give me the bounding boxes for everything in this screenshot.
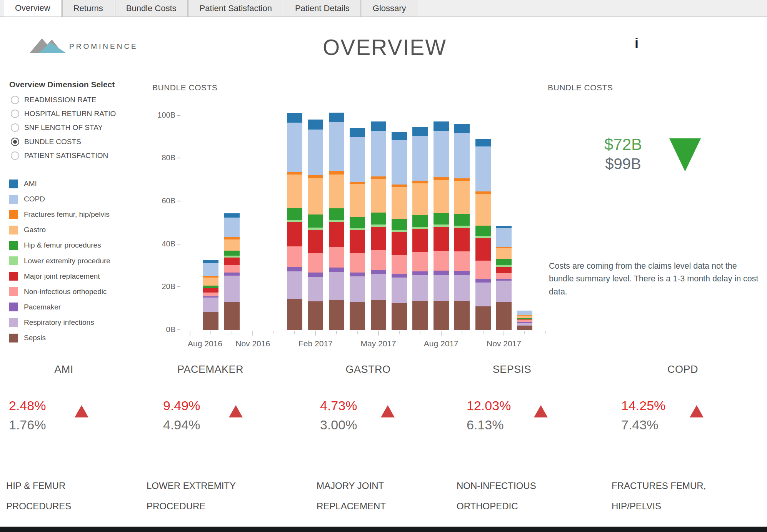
legend-item-ami[interactable]: AMI (9, 178, 37, 190)
bar-segment-respiratory-infections[interactable] (475, 283, 491, 306)
bar-segment-copd[interactable] (350, 137, 365, 182)
bar-segment-pacemaker[interactable] (412, 271, 428, 276)
bar-segment-fractures-femur-hip-pelvis[interactable] (287, 172, 302, 175)
bar-segment-non-infectious-orthopedic[interactable] (203, 293, 218, 296)
bar-segment-lower-extremity-procedure[interactable] (392, 230, 407, 232)
bar-segment-copd[interactable] (224, 218, 240, 237)
bar-segment-lower-extremity-procedure[interactable] (434, 224, 449, 227)
bar-segment-hip-femur-procedures[interactable] (392, 219, 407, 230)
bar-segment-sepsis[interactable] (454, 301, 470, 330)
radio-option-patient-satisfaction[interactable]: PATIENT SATISFACTION (11, 150, 108, 162)
bar-segment-hip-femur-procedures[interactable] (517, 318, 532, 319)
tab-returns[interactable]: Returns (62, 0, 114, 17)
bar-segment-major-joint-replacement[interactable] (287, 222, 302, 246)
bar-segment-lower-extremity-procedure[interactable] (496, 265, 512, 267)
bar-segment-sepsis[interactable] (371, 300, 386, 330)
bar-segment-ami[interactable] (496, 226, 512, 228)
radio-option-snf-length-of-stay[interactable]: SNF LENGTH OF STAY (11, 121, 103, 134)
bar-segment-fractures-femur-hip-pelvis[interactable] (496, 247, 512, 248)
bar-segment-pacemaker[interactable] (203, 296, 218, 298)
bar-segment-major-joint-replacement[interactable] (392, 232, 407, 255)
bar-segment-ami[interactable] (203, 260, 218, 263)
bar-segment-copd[interactable] (329, 122, 344, 171)
bar-segment-major-joint-replacement[interactable] (517, 319, 532, 320)
bar-segment-copd[interactable] (454, 133, 470, 178)
bar-segment-fractures-femur-hip-pelvis[interactable] (308, 175, 323, 178)
info-icon[interactable]: i (631, 35, 642, 52)
bar-segment-sepsis[interactable] (308, 301, 323, 330)
bar-segment-respiratory-infections[interactable] (350, 276, 365, 302)
tab-bundle-costs[interactable]: Bundle Costs (115, 0, 188, 17)
bar-segment-major-joint-replacement[interactable] (203, 288, 218, 293)
bar-segment-gastro[interactable] (350, 184, 365, 217)
legend-item-copd[interactable]: COPD (9, 193, 45, 205)
bar-segment-ami[interactable] (434, 121, 449, 131)
bar-segment-ami[interactable] (350, 128, 365, 137)
bar-segment-hip-femur-procedures[interactable] (350, 217, 365, 228)
bar-segment-fractures-femur-hip-pelvis[interactable] (475, 191, 491, 194)
bar-segment-respiratory-infections[interactable] (496, 281, 512, 302)
bar-segment-sepsis[interactable] (434, 301, 449, 330)
bar-segment-gastro[interactable] (392, 187, 407, 219)
bar-segment-respiratory-infections[interactable] (308, 277, 323, 301)
bar-segment-lower-extremity-procedure[interactable] (329, 220, 344, 222)
bar-segment-copd[interactable] (517, 311, 532, 315)
bar-segment-respiratory-infections[interactable] (392, 278, 407, 303)
bar-segment-ami[interactable] (412, 127, 428, 136)
bar-segment-copd[interactable] (392, 140, 407, 184)
bar-segment-respiratory-infections[interactable] (224, 276, 240, 302)
bar-segment-fractures-femur-hip-pelvis[interactable] (434, 177, 449, 180)
bar-segment-copd[interactable] (203, 263, 218, 276)
bar-segment-non-infectious-orthopedic[interactable] (412, 252, 428, 271)
bar-segment-non-infectious-orthopedic[interactable] (308, 253, 323, 273)
bar-segment-hip-femur-procedures[interactable] (329, 208, 344, 220)
bar-segment-non-infectious-orthopedic[interactable] (350, 253, 365, 273)
bar-segment-sepsis[interactable] (287, 299, 302, 330)
bar-segment-non-infectious-orthopedic[interactable] (434, 251, 449, 271)
bar-segment-gastro[interactable] (287, 175, 302, 208)
radio-option-bundle-costs[interactable]: BUNDLE COSTS (11, 136, 81, 148)
bar-segment-major-joint-replacement[interactable] (224, 258, 240, 266)
bar-segment-respiratory-infections[interactable] (287, 271, 302, 299)
bar-segment-respiratory-infections[interactable] (329, 272, 344, 299)
bar-segment-respiratory-infections[interactable] (434, 275, 449, 301)
bar-segment-respiratory-infections[interactable] (371, 274, 386, 300)
bar-segment-ami[interactable] (308, 120, 323, 130)
bar-segment-copd[interactable] (496, 228, 512, 247)
bar-segment-non-infectious-orthopedic[interactable] (517, 320, 532, 322)
bar-segment-lower-extremity-procedure[interactable] (517, 319, 532, 319)
bar-segment-gastro[interactable] (224, 239, 240, 251)
bar-segment-sepsis[interactable] (475, 306, 491, 330)
bar-segment-sepsis[interactable] (203, 312, 218, 330)
bar-segment-non-infectious-orthopedic[interactable] (329, 247, 344, 268)
radio-option-hospital-return-ratio[interactable]: HOSPITAL RETURN RATIO (11, 108, 116, 120)
bar-segment-hip-femur-procedures[interactable] (412, 215, 428, 227)
bar-segment-respiratory-infections[interactable] (412, 275, 428, 301)
bar-segment-non-infectious-orthopedic[interactable] (496, 273, 512, 279)
bar-segment-non-infectious-orthopedic[interactable] (224, 265, 240, 272)
bar-segment-copd[interactable] (434, 131, 449, 177)
bar-segment-copd[interactable] (287, 123, 302, 172)
bar-segment-non-infectious-orthopedic[interactable] (392, 255, 407, 274)
bar-segment-non-infectious-orthopedic[interactable] (287, 246, 302, 267)
tab-patient-satisfaction[interactable]: Patient Satisfaction (188, 0, 283, 17)
bar-segment-fractures-femur-hip-pelvis[interactable] (412, 181, 428, 183)
legend-item-non-infectious-orthopedic[interactable]: Non-infectious orthopedic (9, 286, 107, 298)
bar-segment-copd[interactable] (308, 130, 323, 175)
bar-segment-fractures-femur-hip-pelvis[interactable] (454, 178, 470, 181)
legend-item-respiratory-infections[interactable]: Respiratory infections (9, 317, 94, 328)
bar-segment-pacemaker[interactable] (308, 273, 323, 277)
bar-segment-lower-extremity-procedure[interactable] (412, 227, 428, 229)
bar-segment-gastro[interactable] (517, 316, 532, 318)
bar-segment-hip-femur-procedures[interactable] (475, 226, 491, 236)
bar-segment-major-joint-replacement[interactable] (475, 238, 491, 261)
bar-segment-pacemaker[interactable] (392, 274, 407, 278)
legend-item-hip-femur-procedures[interactable]: Hip & femur procedures (9, 239, 101, 251)
bar-segment-hip-femur-procedures[interactable] (203, 286, 218, 288)
bar-segment-fractures-femur-hip-pelvis[interactable] (392, 185, 407, 187)
bar-segment-lower-extremity-procedure[interactable] (308, 228, 323, 230)
bar-segment-major-joint-replacement[interactable] (434, 227, 449, 251)
bar-segment-ami[interactable] (454, 124, 470, 133)
bar-segment-pacemaker[interactable] (517, 322, 532, 323)
bar-segment-lower-extremity-procedure[interactable] (371, 224, 386, 227)
